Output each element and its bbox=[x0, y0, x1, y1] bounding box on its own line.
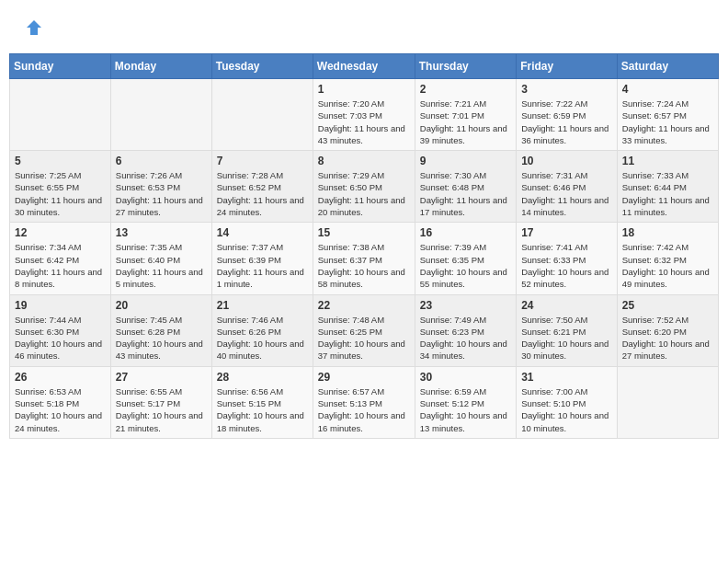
day-number: 25 bbox=[622, 299, 713, 312]
logo-icon bbox=[25, 18, 43, 37]
day-number: 10 bbox=[521, 155, 612, 167]
calendar-cell: 13Sunrise: 7:35 AM Sunset: 6:40 PM Dayli… bbox=[110, 223, 211, 294]
calendar-cell: 4Sunrise: 7:24 AM Sunset: 6:57 PM Daylig… bbox=[617, 79, 718, 151]
day-info: Sunrise: 7:33 AM Sunset: 6:44 PM Dayligh… bbox=[622, 169, 713, 218]
day-info: Sunrise: 6:55 AM Sunset: 5:17 PM Dayligh… bbox=[116, 385, 207, 434]
day-info: Sunrise: 7:22 AM Sunset: 6:59 PM Dayligh… bbox=[521, 98, 612, 146]
day-number: 1 bbox=[318, 83, 410, 96]
logo-text bbox=[23, 18, 43, 41]
calendar-cell: 15Sunrise: 7:38 AM Sunset: 6:37 PM Dayli… bbox=[313, 223, 415, 294]
calendar-cell bbox=[211, 79, 313, 151]
calendar-cell: 17Sunrise: 7:41 AM Sunset: 6:33 PM Dayli… bbox=[517, 223, 618, 294]
day-number: 12 bbox=[15, 226, 106, 239]
calendar-cell: 25Sunrise: 7:52 AM Sunset: 6:20 PM Dayli… bbox=[617, 294, 718, 366]
calendar-cell: 18Sunrise: 7:42 AM Sunset: 6:32 PM Dayli… bbox=[617, 223, 718, 294]
calendar-week-row: 5Sunrise: 7:25 AM Sunset: 6:55 PM Daylig… bbox=[10, 151, 719, 223]
day-info: Sunrise: 7:50 AM Sunset: 6:21 PM Dayligh… bbox=[521, 314, 612, 362]
day-info: Sunrise: 7:24 AM Sunset: 6:57 PM Dayligh… bbox=[622, 98, 713, 146]
day-number: 6 bbox=[116, 155, 207, 167]
day-info: Sunrise: 7:41 AM Sunset: 6:33 PM Dayligh… bbox=[521, 241, 612, 290]
calendar-cell: 1Sunrise: 7:20 AM Sunset: 7:03 PM Daylig… bbox=[313, 79, 415, 151]
calendar-cell: 23Sunrise: 7:49 AM Sunset: 6:23 PM Dayli… bbox=[415, 294, 516, 366]
day-info: Sunrise: 7:42 AM Sunset: 6:32 PM Dayligh… bbox=[622, 241, 713, 290]
calendar-cell: 28Sunrise: 6:56 AM Sunset: 5:15 PM Dayli… bbox=[211, 366, 313, 438]
calendar-week-row: 12Sunrise: 7:34 AM Sunset: 6:42 PM Dayli… bbox=[10, 223, 719, 294]
day-number: 16 bbox=[420, 226, 511, 239]
calendar-cell: 12Sunrise: 7:34 AM Sunset: 6:42 PM Dayli… bbox=[10, 223, 111, 294]
calendar-day-header: Thursday bbox=[415, 54, 516, 79]
day-info: Sunrise: 7:37 AM Sunset: 6:39 PM Dayligh… bbox=[217, 241, 308, 290]
day-number: 9 bbox=[420, 155, 511, 167]
day-number: 31 bbox=[521, 371, 612, 384]
day-info: Sunrise: 7:25 AM Sunset: 6:55 PM Dayligh… bbox=[15, 169, 106, 218]
day-number: 8 bbox=[318, 155, 410, 167]
day-number: 13 bbox=[116, 226, 207, 239]
day-info: Sunrise: 7:20 AM Sunset: 7:03 PM Dayligh… bbox=[318, 98, 410, 146]
calendar-cell: 24Sunrise: 7:50 AM Sunset: 6:21 PM Dayli… bbox=[517, 294, 618, 366]
calendar-cell: 22Sunrise: 7:48 AM Sunset: 6:25 PM Dayli… bbox=[313, 294, 415, 366]
day-number: 3 bbox=[521, 83, 612, 96]
calendar-cell: 14Sunrise: 7:37 AM Sunset: 6:39 PM Dayli… bbox=[211, 223, 313, 294]
calendar-day-header: Saturday bbox=[617, 54, 718, 79]
calendar-cell bbox=[10, 79, 111, 151]
calendar-cell: 8Sunrise: 7:29 AM Sunset: 6:50 PM Daylig… bbox=[313, 151, 415, 223]
day-number: 18 bbox=[622, 226, 713, 239]
calendar-day-header: Friday bbox=[517, 54, 618, 79]
logo bbox=[23, 18, 43, 41]
day-number: 22 bbox=[318, 299, 410, 312]
day-number: 29 bbox=[318, 371, 410, 384]
calendar-cell: 31Sunrise: 7:00 AM Sunset: 5:10 PM Dayli… bbox=[517, 366, 618, 438]
day-info: Sunrise: 7:34 AM Sunset: 6:42 PM Dayligh… bbox=[15, 241, 106, 290]
calendar-cell bbox=[617, 366, 718, 438]
day-number: 20 bbox=[116, 299, 207, 312]
day-info: Sunrise: 7:30 AM Sunset: 6:48 PM Dayligh… bbox=[420, 169, 511, 218]
day-info: Sunrise: 7:00 AM Sunset: 5:10 PM Dayligh… bbox=[521, 385, 612, 434]
calendar-cell: 5Sunrise: 7:25 AM Sunset: 6:55 PM Daylig… bbox=[10, 151, 111, 223]
calendar-table: SundayMondayTuesdayWednesdayThursdayFrid… bbox=[9, 53, 719, 439]
day-info: Sunrise: 6:56 AM Sunset: 5:15 PM Dayligh… bbox=[217, 385, 308, 434]
day-number: 7 bbox=[217, 155, 308, 167]
day-number: 27 bbox=[116, 371, 207, 384]
svg-marker-0 bbox=[27, 20, 41, 35]
day-number: 14 bbox=[217, 226, 308, 239]
day-number: 17 bbox=[521, 226, 612, 239]
calendar-day-header: Tuesday bbox=[211, 54, 313, 79]
day-info: Sunrise: 7:35 AM Sunset: 6:40 PM Dayligh… bbox=[116, 241, 207, 290]
calendar-cell: 30Sunrise: 6:59 AM Sunset: 5:12 PM Dayli… bbox=[415, 366, 516, 438]
calendar-day-header: Monday bbox=[110, 54, 211, 79]
day-number: 11 bbox=[622, 155, 713, 167]
day-info: Sunrise: 7:29 AM Sunset: 6:50 PM Dayligh… bbox=[318, 169, 410, 218]
day-number: 21 bbox=[217, 299, 308, 312]
calendar-cell: 10Sunrise: 7:31 AM Sunset: 6:46 PM Dayli… bbox=[517, 151, 618, 223]
calendar-cell: 21Sunrise: 7:46 AM Sunset: 6:26 PM Dayli… bbox=[211, 294, 313, 366]
day-info: Sunrise: 7:49 AM Sunset: 6:23 PM Dayligh… bbox=[420, 314, 511, 362]
day-info: Sunrise: 6:59 AM Sunset: 5:12 PM Dayligh… bbox=[420, 385, 511, 434]
day-info: Sunrise: 7:45 AM Sunset: 6:28 PM Dayligh… bbox=[116, 314, 207, 362]
calendar-cell: 9Sunrise: 7:30 AM Sunset: 6:48 PM Daylig… bbox=[415, 151, 516, 223]
calendar-week-row: 26Sunrise: 6:53 AM Sunset: 5:18 PM Dayli… bbox=[10, 366, 719, 438]
day-number: 30 bbox=[420, 371, 511, 384]
day-info: Sunrise: 7:39 AM Sunset: 6:35 PM Dayligh… bbox=[420, 241, 511, 290]
calendar-day-header: Sunday bbox=[10, 54, 111, 79]
day-number: 5 bbox=[15, 155, 106, 167]
day-number: 26 bbox=[15, 371, 106, 384]
calendar-cell: 20Sunrise: 7:45 AM Sunset: 6:28 PM Dayli… bbox=[110, 294, 211, 366]
calendar-day-header: Wednesday bbox=[313, 54, 415, 79]
day-info: Sunrise: 7:21 AM Sunset: 7:01 PM Dayligh… bbox=[420, 98, 511, 146]
day-info: Sunrise: 7:31 AM Sunset: 6:46 PM Dayligh… bbox=[521, 169, 612, 218]
calendar-cell: 16Sunrise: 7:39 AM Sunset: 6:35 PM Dayli… bbox=[415, 223, 516, 294]
day-info: Sunrise: 7:44 AM Sunset: 6:30 PM Dayligh… bbox=[15, 314, 106, 362]
calendar-cell: 29Sunrise: 6:57 AM Sunset: 5:13 PM Dayli… bbox=[313, 366, 415, 438]
calendar-cell: 26Sunrise: 6:53 AM Sunset: 5:18 PM Dayli… bbox=[10, 366, 111, 438]
day-number: 28 bbox=[217, 371, 308, 384]
day-number: 23 bbox=[420, 299, 511, 312]
day-info: Sunrise: 7:38 AM Sunset: 6:37 PM Dayligh… bbox=[318, 241, 410, 290]
day-number: 19 bbox=[15, 299, 106, 312]
day-info: Sunrise: 6:53 AM Sunset: 5:18 PM Dayligh… bbox=[15, 385, 106, 434]
calendar-cell: 19Sunrise: 7:44 AM Sunset: 6:30 PM Dayli… bbox=[10, 294, 111, 366]
calendar-week-row: 1Sunrise: 7:20 AM Sunset: 7:03 PM Daylig… bbox=[10, 79, 719, 151]
calendar-week-row: 19Sunrise: 7:44 AM Sunset: 6:30 PM Dayli… bbox=[10, 294, 719, 366]
day-info: Sunrise: 7:48 AM Sunset: 6:25 PM Dayligh… bbox=[318, 314, 410, 362]
calendar-cell: 27Sunrise: 6:55 AM Sunset: 5:17 PM Dayli… bbox=[110, 366, 211, 438]
day-info: Sunrise: 7:28 AM Sunset: 6:52 PM Dayligh… bbox=[217, 169, 308, 218]
